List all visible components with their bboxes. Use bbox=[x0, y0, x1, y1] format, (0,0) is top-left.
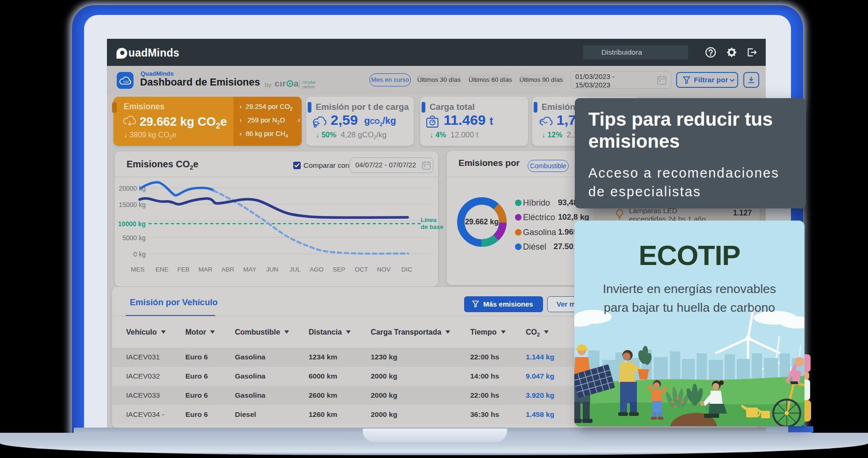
svg-text:CO2: CO2 bbox=[124, 80, 129, 83]
